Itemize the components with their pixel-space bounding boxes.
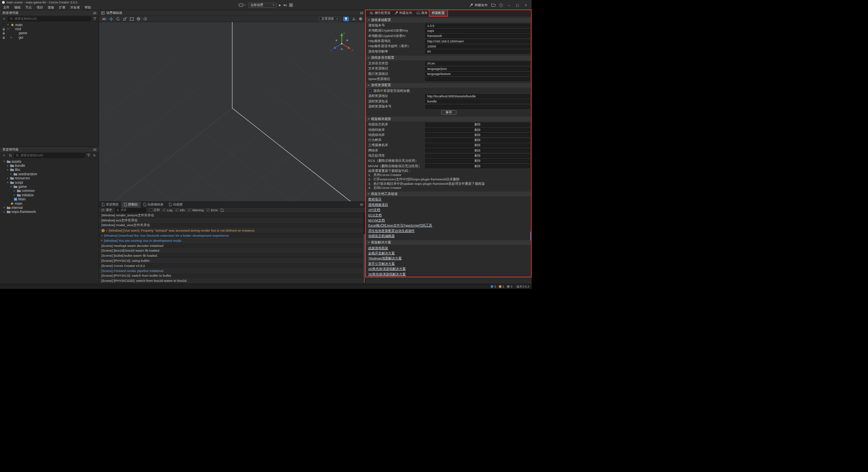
console-menu-icon[interactable] <box>360 203 363 206</box>
link-tutorial-project[interactable]: 教程项目 <box>366 197 532 202</box>
chevron-right-icon[interactable]: ▸ <box>3 211 6 213</box>
message-count[interactable]: 3 <box>491 285 496 288</box>
tree-node-Main[interactable]: TSMain <box>0 197 99 201</box>
error-checkbox[interactable] <box>206 209 210 212</box>
hierarchy-filter-icon[interactable] <box>92 17 97 21</box>
play-button[interactable]: ▶ <box>279 3 281 7</box>
section-game-basic-config[interactable]: ▾游戏基础配置 <box>366 18 532 22</box>
rotate-tool-icon[interactable] <box>116 17 120 21</box>
console-log-line[interactable]: [Scene] meshopt wasm decoder initialized <box>99 243 366 248</box>
tree-node-main[interactable]: main <box>0 201 99 205</box>
warning-count[interactable]: 1 <box>499 285 504 288</box>
scene-light-toggle-icon[interactable] <box>343 17 349 21</box>
expand-chevron-icon[interactable]: ▸ <box>101 234 103 237</box>
menu-item-1[interactable]: 编辑 <box>12 5 23 10</box>
pivot-icon[interactable] <box>143 17 147 21</box>
minimize-button[interactable]: – <box>507 3 511 7</box>
delete-mvvm-lib-button[interactable]: 删除 <box>425 164 530 168</box>
scene-menu-icon[interactable] <box>360 12 363 14</box>
inspector-scrollbar-thumb[interactable] <box>530 232 531 240</box>
link-hotupdate-config-plugin[interactable]: 原生包热更新配置自动生成插件 <box>366 229 532 234</box>
regex-checkbox[interactable] <box>149 209 152 212</box>
input-spine-resource-path[interactable] <box>425 77 530 81</box>
link-ecs-docs[interactable]: ECS文档 <box>366 213 532 218</box>
hierarchy-search-input[interactable]: 搜索名称或UUID <box>8 17 91 21</box>
move-tool-icon[interactable] <box>109 17 113 21</box>
view-mode-3d-button[interactable]: 3D <box>102 17 106 21</box>
assets-filter-icon[interactable] <box>86 153 91 158</box>
input-game-version[interactable]: 1.0.5 <box>425 24 530 28</box>
chevron-right-icon[interactable]: ▸ <box>6 177 9 180</box>
tree-node-libs[interactable]: ▾libs <box>0 168 99 172</box>
tree-node-script[interactable]: ▾script <box>0 180 99 184</box>
console-log-line[interactable]: [Scene] [bullet]:bullet wasm lib loaded. <box>99 253 366 258</box>
link-tiledmap-solution[interactable]: Tiledmap地图解决方案 <box>366 256 532 261</box>
console-tab-animation-editor[interactable]: 动画编辑器 <box>141 202 166 208</box>
checkbox-remote-load-toggle[interactable] <box>368 90 371 93</box>
delete-behavior-tree-lib-button[interactable]: 删除 <box>425 138 530 142</box>
inspector-tab-property-inspector[interactable]: 属性检查器 <box>368 10 393 16</box>
console-log-line[interactable]: ▸[Window] Download the Vue Devtools exte… <box>99 233 366 238</box>
delete-animator-lib-button[interactable]: 删除 <box>425 123 530 127</box>
menu-item-6[interactable]: 开发者 <box>68 5 82 10</box>
build-publish-button[interactable]: 构建发布 <box>470 3 488 7</box>
input-http-server-address[interactable]: http://192.168.0.150/main/ <box>425 39 530 43</box>
assets-menu-icon[interactable] <box>93 149 96 151</box>
section-framework-module-trim[interactable]: ▾框架模块裁剪 <box>366 117 532 121</box>
delete-camera3d-lib-button[interactable]: 删除 <box>425 143 530 148</box>
preview-device-icon[interactable] <box>239 3 243 7</box>
console-scrollbar[interactable] <box>363 213 366 284</box>
tree-node-game[interactable]: game <box>0 31 99 35</box>
menu-item-3[interactable]: 项目 <box>34 5 45 10</box>
input-remote-bundle-name[interactable]: bundle <box>425 99 530 103</box>
layout-grid-icon[interactable] <box>289 3 293 7</box>
console-log-line[interactable]: [Window] render_texture文件夹存在 <box>99 213 366 218</box>
console-log-line[interactable]: ▸[Window] You are running Vue in develop… <box>99 238 366 243</box>
tree-node-gui[interactable]: ▸gui <box>0 35 99 39</box>
chevron-right-icon[interactable]: ▸ <box>13 190 16 192</box>
console-tab-animation-graph[interactable]: 动画图 <box>166 202 185 208</box>
inspector-tab-service[interactable]: 服务 <box>414 10 430 16</box>
chevron-down-icon[interactable]: ▾ <box>6 28 9 31</box>
menu-item-0[interactable]: 文件 <box>1 5 12 10</box>
filter-error[interactable]: Error <box>206 209 218 212</box>
chevron-down-icon[interactable]: ▾ <box>9 185 13 188</box>
tree-node-oops-framework[interactable]: ▸oops-framework <box>0 210 99 214</box>
menu-item-7[interactable]: 帮助 <box>82 5 94 10</box>
tree-node-assets[interactable]: ▾assets <box>0 159 99 163</box>
console-log-line[interactable]: [Window] model_view文件夹存在 <box>99 223 366 228</box>
log-checkbox[interactable] <box>163 209 166 212</box>
preview-device-dropdown-icon[interactable]: ▾ <box>244 4 246 6</box>
input-image-resource-path[interactable]: language/texture <box>425 72 530 76</box>
open-folder-icon[interactable] <box>491 3 495 7</box>
menu-item-5[interactable]: 扩展 <box>57 5 68 10</box>
input-text-resource-path[interactable]: language/json <box>425 67 530 71</box>
close-button[interactable]: × <box>524 3 528 7</box>
filter-log[interactable]: Log <box>163 209 172 212</box>
input-language-types[interactable]: zh,en <box>425 61 530 65</box>
tree-node-seedrandom[interactable]: ▸seedrandom <box>0 172 99 176</box>
link-rpg-3d-solution[interactable]: 3D角色扮演游戏解决方案 <box>366 272 532 277</box>
section-game-resource-config[interactable]: ▾游戏资源配置 <box>366 83 532 88</box>
section-game-language-config[interactable]: ▾游戏多语言配置 <box>366 56 532 60</box>
link-api-docs[interactable]: API文档 <box>366 208 532 213</box>
tree-node-resources[interactable]: ▸resources <box>0 176 99 180</box>
section-framework-doc-links[interactable]: ▾框架文档工具链接 <box>366 192 532 196</box>
filter-regex[interactable]: 正则 <box>149 208 160 212</box>
scale-tool-icon[interactable] <box>123 17 127 21</box>
view-mode-dropdown[interactable]: 正常浏览▾ <box>319 17 340 21</box>
error-count[interactable]: 0 <box>507 285 512 288</box>
expand-chevron-icon[interactable]: ▸ <box>106 229 107 232</box>
rect-tool-icon[interactable] <box>130 17 134 21</box>
tree-node-game[interactable]: ▾game <box>0 184 99 189</box>
current-scene-dropdown[interactable]: 当前场景▾ <box>248 3 276 8</box>
console-log-line[interactable]: [Scene] [PHYSICS]: using builtin. <box>99 258 366 263</box>
assets-refresh-icon[interactable]: ↻ <box>92 153 97 158</box>
chevron-right-icon[interactable]: ▸ <box>3 206 6 209</box>
tree-node-internal[interactable]: ▸internal <box>0 205 99 210</box>
scene-gizmo-toggle-icon[interactable] <box>352 17 356 21</box>
help-icon[interactable]: ? <box>499 3 503 7</box>
tree-node-main[interactable]: ▾main <box>0 23 99 27</box>
chevron-down-icon[interactable]: ▾ <box>6 181 9 184</box>
chevron-right-icon[interactable]: ▸ <box>10 36 13 39</box>
